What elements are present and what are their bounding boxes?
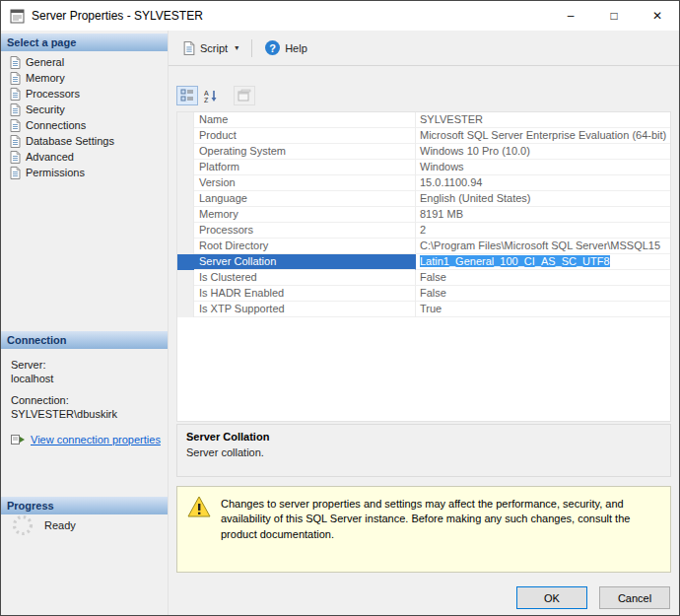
page-icon <box>10 56 21 69</box>
property-row-platform[interactable]: Platform Windows <box>177 160 670 175</box>
warning-icon <box>187 496 211 517</box>
help-icon: ? <box>265 40 280 55</box>
property-description-title: Server Collation <box>186 431 661 443</box>
property-name[interactable]: Memory <box>194 207 416 223</box>
property-value[interactable]: False <box>416 270 670 286</box>
property-value[interactable]: English (United States) <box>416 191 670 207</box>
property-name[interactable]: Is Clustered <box>194 270 416 286</box>
sidebar-item-security[interactable]: Security <box>1 102 168 117</box>
page-icon <box>10 151 21 164</box>
sidebar-item-general[interactable]: General <box>1 54 168 70</box>
property-value[interactable]: 2 <box>416 223 670 239</box>
svg-text:Z: Z <box>204 97 209 103</box>
page-icon <box>10 119 21 132</box>
property-value[interactable]: False <box>416 286 670 302</box>
property-name[interactable]: Language <box>194 191 416 207</box>
property-value[interactable]: 8191 MB <box>416 207 670 223</box>
progress-status-row: Ready <box>11 513 76 537</box>
sidebar-item-advanced[interactable]: Advanced <box>1 149 168 165</box>
alphabetical-sort-button[interactable]: AZ <box>200 86 222 105</box>
window-title: Server Properties - SYLVESTER <box>32 9 203 23</box>
property-row-processors[interactable]: Processors 2 <box>177 223 670 239</box>
property-row-version[interactable]: Version 15.0.1100.94 <box>177 175 670 191</box>
script-button-label: Script <box>200 42 228 54</box>
property-value[interactable]: Latin1_General_100_CI_AS_SC_UTF8 <box>416 254 670 270</box>
svg-text:A: A <box>204 90 209 97</box>
property-name[interactable]: Processors <box>194 223 416 239</box>
property-pages-button[interactable] <box>234 86 255 105</box>
cancel-button[interactable]: Cancel <box>599 586 670 609</box>
property-row-memory[interactable]: Memory 8191 MB <box>177 207 670 223</box>
sidebar-item-label: Permissions <box>26 167 85 178</box>
script-button[interactable]: Script ▾ <box>176 37 245 59</box>
progress-header: Progress <box>1 497 168 514</box>
script-icon <box>183 41 195 55</box>
page-icon <box>10 103 21 116</box>
view-connection-properties-row: View connection properties <box>11 433 164 445</box>
sidebar-item-label: Security <box>26 103 65 115</box>
sidebar-item-memory[interactable]: Memory <box>1 70 168 86</box>
connection-label: Connection: <box>11 393 164 407</box>
help-button[interactable]: ? Help <box>258 36 314 59</box>
property-grid-toolbar: AZ <box>176 86 255 105</box>
property-row-product[interactable]: Product Microsoft SQL Server Enterprise … <box>177 128 670 144</box>
server-value: localhost <box>11 372 164 385</box>
sidebar-item-database-settings[interactable]: Database Settings <box>1 133 168 149</box>
property-row-root-directory[interactable]: Root Directory C:\Program Files\Microsof… <box>177 239 670 254</box>
sidebar-item-permissions[interactable]: Permissions <box>1 165 168 180</box>
page-icon <box>10 88 21 101</box>
categorized-button[interactable] <box>176 86 198 105</box>
property-row-is-xtp-supported[interactable]: Is XTP Supported True <box>177 302 670 317</box>
property-value[interactable]: Windows <box>416 160 670 175</box>
view-connection-properties-link[interactable]: View connection properties <box>31 434 161 445</box>
connection-header: Connection <box>1 331 168 349</box>
sidebar-item-label: Connections <box>26 119 86 131</box>
maximize-button[interactable]: □ <box>592 1 636 31</box>
close-button[interactable]: ✕ <box>636 1 679 31</box>
progress-spinner-icon <box>11 513 34 537</box>
window-controls: – □ ✕ <box>549 1 679 31</box>
property-row-name[interactable]: Name SYLVESTER <box>177 112 670 128</box>
property-value[interactable]: Windows 10 Pro (10.0) <box>416 144 670 160</box>
property-name[interactable]: Root Directory <box>194 239 416 254</box>
property-value[interactable]: C:\Program Files\Microsoft SQL Server\MS… <box>416 239 670 254</box>
sidebar-item-label: Memory <box>26 72 65 84</box>
window-icon <box>10 9 25 24</box>
sidebar-item-label: General <box>26 56 64 68</box>
property-name[interactable]: Name <box>194 112 416 128</box>
sidebar-item-connections[interactable]: Connections <box>1 117 168 133</box>
toolbar-separator <box>251 39 252 57</box>
property-name[interactable]: Platform <box>194 160 416 175</box>
dialog-toolbar: Script ▾ ? Help <box>169 31 679 66</box>
sidebar-item-label: Processors <box>26 88 80 100</box>
property-description-pane: Server Collation Server collation. <box>176 424 671 477</box>
connection-info: Server: localhost Connection: SYLVESTER\… <box>11 358 164 445</box>
property-name[interactable]: Product <box>194 128 416 144</box>
property-name[interactable]: Operating System <box>194 144 416 160</box>
ok-button[interactable]: OK <box>516 586 587 609</box>
property-row-language[interactable]: Language English (United States) <box>177 191 670 207</box>
sidebar-item-label: Advanced <box>26 151 74 163</box>
property-value[interactable]: 15.0.1100.94 <box>416 175 670 191</box>
property-value[interactable]: SYLVESTER <box>416 112 670 128</box>
property-value[interactable]: Microsoft SQL Server Enterprise Evaluati… <box>416 128 670 144</box>
help-button-label: Help <box>285 42 307 54</box>
categorized-icon <box>180 89 194 103</box>
property-name[interactable]: Is HADR Enabled <box>194 286 416 302</box>
minimize-button[interactable]: – <box>549 1 592 31</box>
property-row-is-hadr-enabled[interactable]: Is HADR Enabled False <box>177 286 670 302</box>
property-row-operating-system[interactable]: Operating System Windows 10 Pro (10.0) <box>177 144 670 160</box>
property-row-server-collation[interactable]: Server Collation Latin1_General_100_CI_A… <box>177 254 670 270</box>
property-value[interactable]: True <box>416 302 670 317</box>
view-connection-properties-icon <box>11 433 26 445</box>
titlebar: Server Properties - SYLVESTER – □ ✕ <box>1 1 679 31</box>
sidebar-item-processors[interactable]: Processors <box>1 86 168 102</box>
server-label: Server: <box>11 358 164 372</box>
property-name[interactable]: Is XTP Supported <box>194 302 416 317</box>
alphabetical-sort-icon: AZ <box>204 89 218 103</box>
property-name[interactable]: Version <box>194 175 416 191</box>
property-name[interactable]: Server Collation <box>194 254 416 270</box>
sidebar: Select a page General Memory Processors … <box>1 31 169 615</box>
property-row-is-clustered[interactable]: Is Clustered False <box>177 270 670 286</box>
page-icon <box>10 72 21 85</box>
